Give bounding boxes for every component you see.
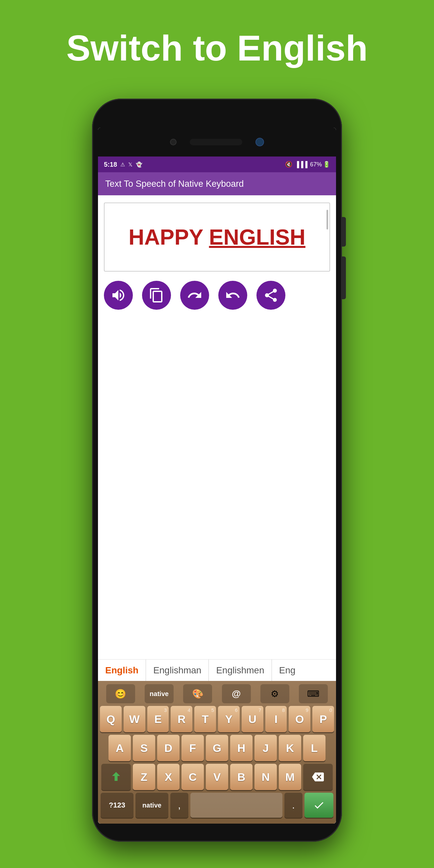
- main-content: HAPPY ENGLISH: [98, 195, 336, 824]
- keyboard-special-row: 😊 native 🎨 @ ⚙ ⌨: [98, 681, 336, 705]
- key-M[interactable]: M: [279, 764, 301, 790]
- key-X[interactable]: X: [157, 764, 180, 790]
- key-T[interactable]: 5 T: [194, 706, 216, 732]
- page-header: Switch to English: [0, 0, 434, 95]
- settings-key[interactable]: ⚙: [260, 684, 289, 703]
- key-Q[interactable]: Q: [100, 706, 122, 732]
- word1: HAPPY: [129, 225, 209, 249]
- key-W[interactable]: W: [124, 706, 145, 732]
- signal-icon: ▐▐▐: [295, 161, 307, 168]
- autocomplete-item-4[interactable]: Eng: [272, 659, 303, 681]
- keyboard-row-bottom: ?123 native , .: [98, 792, 336, 821]
- status-right: 🔇 ▐▐▐ 67% 🔋: [285, 161, 330, 168]
- word2: ENGLISH: [209, 225, 305, 249]
- undo-button[interactable]: [218, 281, 247, 310]
- front-camera-right: [255, 138, 264, 146]
- key-J[interactable]: J: [254, 735, 277, 761]
- action-buttons-row: [98, 272, 336, 315]
- undo-icon: [225, 287, 241, 303]
- key-Z[interactable]: Z: [133, 764, 155, 790]
- scrollbar[interactable]: [327, 210, 328, 229]
- battery-display: 67% 🔋: [310, 161, 330, 168]
- key-N[interactable]: N: [254, 764, 277, 790]
- twitter-icon: 𝕏: [128, 161, 132, 168]
- native-key-1[interactable]: native: [145, 684, 174, 703]
- ghost-icon: 👻: [136, 161, 143, 168]
- keyboard-row-1: Q W 3 E 4 R 5 T: [98, 705, 336, 734]
- key-B[interactable]: B: [230, 764, 252, 790]
- autocomplete-item-1[interactable]: English: [98, 659, 146, 681]
- key-Y[interactable]: 6 Y: [218, 706, 240, 732]
- camera-area: [98, 128, 336, 156]
- key-C[interactable]: C: [182, 764, 204, 790]
- keyboard-key[interactable]: ⌨: [299, 684, 328, 703]
- volume-button[interactable]: [104, 281, 133, 310]
- num-3: 3: [164, 707, 167, 713]
- front-camera-left: [170, 139, 177, 145]
- time-display: 5:18: [104, 161, 117, 168]
- key-E[interactable]: 3 E: [147, 706, 169, 732]
- phone-frame: 5:18 ⚠ 𝕏 👻 🔇 ▐▐▐ 67% 🔋 Text To Speech of…: [92, 99, 342, 842]
- phone-screen: 5:18 ⚠ 𝕏 👻 🔇 ▐▐▐ 67% 🔋 Text To Speech of…: [98, 128, 336, 824]
- num-mode-key[interactable]: ?123: [101, 793, 133, 818]
- period-key[interactable]: .: [284, 793, 303, 818]
- share-button[interactable]: [256, 281, 285, 310]
- space-key[interactable]: [190, 793, 282, 818]
- content-spacer: [98, 315, 336, 659]
- num-0: 0: [330, 707, 332, 713]
- delete-icon: [312, 771, 324, 783]
- autocomplete-item-3[interactable]: Englishmen: [209, 659, 272, 681]
- native-key-2[interactable]: native: [135, 793, 168, 818]
- num-7: 7: [258, 707, 261, 713]
- autocomplete-bar: English Englishman Englishmen Eng: [98, 659, 336, 681]
- num-4: 4: [188, 707, 190, 713]
- autocomplete-item-2[interactable]: Englishman: [146, 659, 209, 681]
- share-icon: [263, 287, 279, 303]
- key-O[interactable]: 9 O: [289, 706, 310, 732]
- paint-key[interactable]: 🎨: [183, 684, 212, 703]
- key-S[interactable]: S: [133, 735, 155, 761]
- num-5: 5: [211, 707, 214, 713]
- text-input-area[interactable]: HAPPY ENGLISH: [104, 203, 330, 272]
- enter-key[interactable]: [305, 793, 333, 818]
- num-9: 9: [306, 707, 308, 713]
- shift-key[interactable]: [101, 764, 131, 790]
- mute-icon: 🔇: [285, 161, 292, 168]
- num-6: 6: [235, 707, 237, 713]
- shift-icon: [110, 771, 122, 783]
- key-H[interactable]: H: [230, 735, 252, 761]
- redo-button[interactable]: [180, 281, 209, 310]
- status-time: 5:18 ⚠ 𝕏 👻: [104, 161, 143, 168]
- key-R[interactable]: 4 R: [170, 706, 192, 732]
- status-bar: 5:18 ⚠ 𝕏 👻 🔇 ▐▐▐ 67% 🔋: [98, 156, 336, 172]
- emoji-key[interactable]: 😊: [106, 684, 135, 703]
- key-P[interactable]: 0 P: [312, 706, 334, 732]
- volume-up-button[interactable]: [342, 256, 346, 299]
- key-F[interactable]: F: [182, 735, 204, 761]
- app-bar: Text To Speech of Native Keyboard: [98, 172, 336, 195]
- key-A[interactable]: A: [108, 735, 131, 761]
- comma-key[interactable]: ,: [170, 793, 188, 818]
- copy-icon: [149, 287, 164, 303]
- keyboard-row-2: A S D F G H: [98, 734, 336, 763]
- key-L[interactable]: L: [303, 735, 326, 761]
- key-U[interactable]: 7 U: [242, 706, 264, 732]
- at-key[interactable]: @: [222, 684, 251, 703]
- volume-icon: [111, 287, 126, 303]
- key-G[interactable]: G: [206, 735, 228, 761]
- battery-icon: 🔋: [323, 161, 330, 168]
- key-D[interactable]: D: [157, 735, 180, 761]
- header-title: Switch to English: [66, 28, 368, 68]
- keyboard: 😊 native 🎨 @ ⚙ ⌨ Q W 3: [98, 681, 336, 824]
- copy-button[interactable]: [142, 281, 171, 310]
- check-icon: [313, 799, 325, 811]
- delete-key[interactable]: [303, 764, 333, 790]
- key-I[interactable]: 8 I: [265, 706, 287, 732]
- power-button[interactable]: [342, 217, 346, 247]
- key-V[interactable]: V: [206, 764, 228, 790]
- warning-icon: ⚠: [120, 161, 125, 168]
- num-8: 8: [282, 707, 285, 713]
- input-text: HAPPY ENGLISH: [129, 224, 305, 250]
- key-K[interactable]: K: [279, 735, 301, 761]
- keyboard-row-3: Z X C V B N: [98, 763, 336, 792]
